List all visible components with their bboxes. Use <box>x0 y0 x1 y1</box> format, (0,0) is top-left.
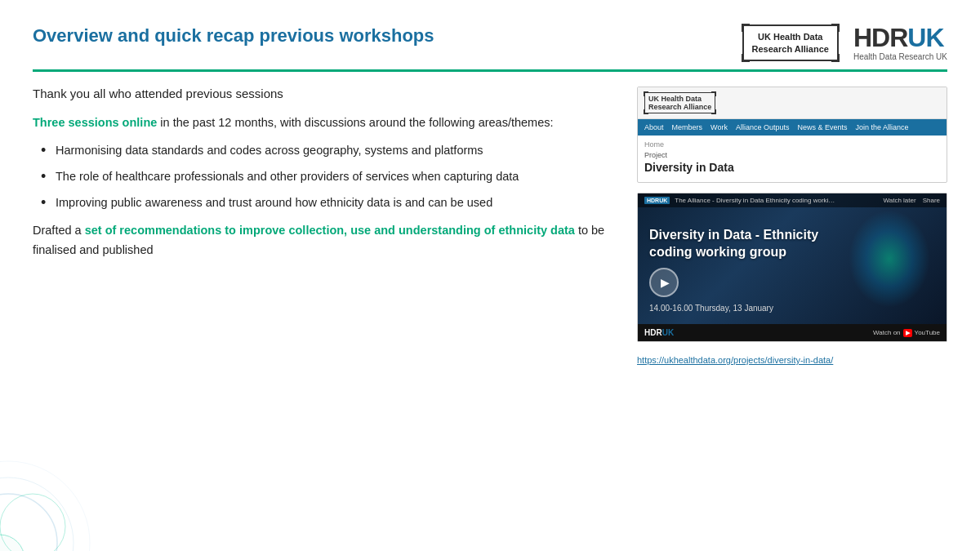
bullet-item-1: Harmonising data standards and codes acr… <box>41 142 612 160</box>
watch-on-label: Watch on <box>873 329 901 336</box>
website-breadcrumb: Home <box>644 140 940 149</box>
thank-you-text: Thank you all who attended previous sess… <box>33 87 612 100</box>
sessions-highlight: Three sessions online <box>33 116 157 129</box>
hdruk-main-text: HDRUK <box>853 24 944 51</box>
video-play-button[interactable] <box>649 268 679 297</box>
nav-work[interactable]: Work <box>710 123 728 131</box>
nav-join[interactable]: Join the Alliance <box>855 123 908 131</box>
website-content: Home Project Diversity in Data <box>638 136 947 182</box>
website-project-label: Project <box>644 151 940 159</box>
video-top-bar: HDRUK The Alliance - Diversity in Data E… <box>638 193 947 207</box>
youtube-label: YouTube <box>915 329 940 336</box>
youtube-badge: Watch on ▶ YouTube <box>873 329 940 337</box>
ukhda-logo: UK Health Data Research Alliance <box>742 24 839 61</box>
sessions-para-after: in the past 12 months, with discussions … <box>160 116 553 129</box>
bullet-item-2: The role of healthcare professionals and… <box>41 168 612 186</box>
video-thumbnail[interactable]: HDRUK The Alliance - Diversity in Data E… <box>637 193 947 342</box>
video-bottom-bar: HDRUK Watch on ▶ YouTube <box>638 324 947 341</box>
hdruk-video-logo: HDRUK <box>644 328 674 337</box>
video-hdruk-badge: HDRUK <box>644 197 670 204</box>
hdruk-hdr: HDR <box>853 23 907 52</box>
sessions-paragraph: Three sessions online in the past 12 mon… <box>33 113 612 132</box>
slide-title: Overview and quick recap previous worksh… <box>33 24 434 48</box>
bullet-list: Harmonising data standards and codes acr… <box>33 142 612 211</box>
nav-about[interactable]: About <box>644 123 664 131</box>
right-column: UK Health Data Research Alliance About M… <box>637 87 947 527</box>
nav-members[interactable]: Members <box>672 123 703 131</box>
slide-header: Overview and quick recap previous worksh… <box>33 24 947 72</box>
nav-alliance-outputs[interactable]: Alliance Outputs <box>736 123 790 131</box>
project-url[interactable]: https://ukhealthdata.org/projects/divers… <box>637 355 947 365</box>
video-orb-decoration <box>849 210 930 308</box>
logos-container: UK Health Data Research Alliance HDRUK H… <box>742 24 947 61</box>
ukhda-logo-box: UK Health Data Research Alliance <box>742 24 839 61</box>
hdruk-logo: HDRUK Health Data Research UK <box>853 24 947 61</box>
video-inner: HDRUK The Alliance - Diversity in Data E… <box>638 193 947 324</box>
website-nav: About Members Work Alliance Outputs News… <box>638 119 947 136</box>
nav-news-events[interactable]: News & Events <box>797 123 847 131</box>
watch-later-label: Watch later <box>883 197 915 204</box>
website-logo-small: UK Health Data Research Alliance <box>644 92 715 113</box>
drafted-paragraph: Drafted a set of recommendations to impr… <box>33 221 612 259</box>
drafted-highlight: set of recommendations to improve collec… <box>85 224 575 237</box>
youtube-icon: ▶ <box>903 329 912 337</box>
hdruk-uk: UK <box>907 23 943 52</box>
svg-point-4 <box>0 535 24 551</box>
video-top-right: Watch later Share <box>883 197 940 204</box>
bullet-item-3: Improving public awareness and trust aro… <box>41 194 612 212</box>
hdruk-subtitle: Health Data Research UK <box>853 52 947 61</box>
website-screenshot: UK Health Data Research Alliance About M… <box>637 87 947 183</box>
video-top-title: The Alliance - Diversity in Data Ethnici… <box>675 197 838 204</box>
website-top-bar: UK Health Data Research Alliance <box>638 87 947 119</box>
share-label: Share <box>923 197 940 204</box>
slide: Overview and quick recap previous worksh… <box>0 0 980 551</box>
ukhda-line2: Research Alliance <box>752 44 829 54</box>
left-column: Thank you all who attended previous sess… <box>33 87 612 527</box>
ukhda-line1: UK Health Data <box>758 32 822 42</box>
slide-body: Thank you all who attended previous sess… <box>33 87 947 527</box>
website-project-title: Diversity in Data <box>644 161 940 174</box>
